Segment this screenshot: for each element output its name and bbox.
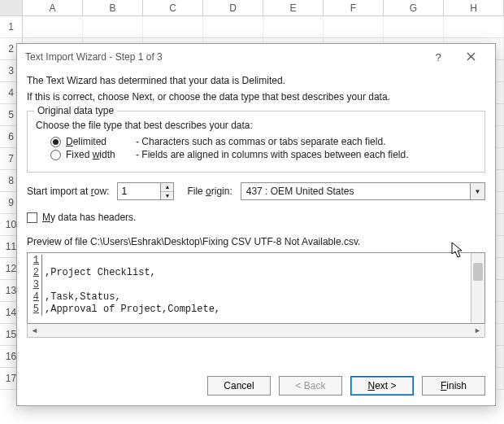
preview-line-number: 5 xyxy=(29,304,42,316)
intro-text-1: The Text Wizard has determined that your… xyxy=(27,75,485,86)
file-origin-value: 437 : OEM United States xyxy=(241,183,470,199)
col-header[interactable]: F xyxy=(324,0,384,15)
row-header[interactable]: 1 xyxy=(0,16,23,37)
preview-line-text: ,Task,Status, xyxy=(45,291,121,304)
next-button[interactable]: Next > xyxy=(350,376,414,396)
intro-text-2: If this is correct, choose Next, or choo… xyxy=(27,91,485,103)
headers-checkbox[interactable] xyxy=(27,212,37,223)
preview-line: 1 xyxy=(29,255,471,267)
cell[interactable] xyxy=(444,16,504,37)
cell[interactable] xyxy=(324,16,384,37)
start-row-label: Start import at row: xyxy=(27,186,109,197)
start-row-spinner[interactable]: ▲ ▼ xyxy=(117,182,174,200)
start-row-input[interactable] xyxy=(118,183,160,199)
col-header[interactable]: G xyxy=(384,0,444,15)
option-delimited[interactable]: Delimited - Characters such as commas or… xyxy=(50,136,476,147)
col-header[interactable]: A xyxy=(23,0,83,15)
col-header[interactable]: C xyxy=(143,0,203,15)
preview-line-text: ,Project Checklist, xyxy=(45,267,156,279)
headers-checkbox-label: My data has headers. xyxy=(42,212,136,223)
dialog-title: Text Import Wizard - Step 1 of 3 xyxy=(25,51,422,63)
preview-box: 12,Project Checklist,34,Task,Status,5,Ap… xyxy=(27,252,485,324)
preview-horizontal-scrollbar[interactable]: ◄ ► xyxy=(27,324,485,338)
preview-line-number: 4 xyxy=(29,291,42,304)
preview-line-number: 2 xyxy=(29,267,42,279)
headers-checkbox-row[interactable]: My data has headers. xyxy=(27,212,485,223)
preview-content: 12,Project Checklist,34,Task,Status,5,Ap… xyxy=(28,253,471,323)
scroll-left-button[interactable]: ◄ xyxy=(28,326,41,334)
cell[interactable] xyxy=(384,16,444,37)
file-origin-label: File origin: xyxy=(187,186,232,197)
cell[interactable] xyxy=(143,16,203,37)
dialog-titlebar: Text Import Wizard - Step 1 of 3 ? xyxy=(17,44,495,70)
preview-line-number: 3 xyxy=(29,279,42,291)
preview-vertical-scrollbar[interactable] xyxy=(471,253,484,323)
preview-line: 5,Approval of Project,Complete, xyxy=(29,304,471,316)
option-label: Fixed width xyxy=(66,149,131,160)
col-header[interactable]: E xyxy=(263,0,324,15)
close-button[interactable] xyxy=(454,50,487,63)
col-header[interactable]: H xyxy=(444,0,504,15)
finish-button[interactable]: Finish xyxy=(422,376,485,396)
dialog-footer: Cancel < Back Next > Finish xyxy=(17,366,495,405)
preview-line-number: 1 xyxy=(29,255,42,267)
preview-line: 2,Project Checklist, xyxy=(29,267,471,279)
option-desc: - Fields are aligned in columns with spa… xyxy=(136,149,409,160)
cell[interactable] xyxy=(83,16,143,37)
select-all-corner[interactable] xyxy=(0,0,23,15)
preview-label: Preview of file C:\Users\Eshrak\Desktop\… xyxy=(27,236,485,247)
spin-down-button[interactable]: ▼ xyxy=(161,192,173,200)
spin-up-button[interactable]: ▲ xyxy=(161,183,173,192)
col-header[interactable]: D xyxy=(203,0,263,15)
col-header[interactable]: B xyxy=(83,0,143,15)
column-headers: A B C D E F G H xyxy=(0,0,504,16)
close-icon xyxy=(467,52,476,61)
scroll-right-button[interactable]: ► xyxy=(471,326,484,334)
cell[interactable] xyxy=(263,16,324,37)
radio-delimited[interactable] xyxy=(50,137,61,147)
sheet-row: 1 xyxy=(0,16,504,38)
file-origin-combo[interactable]: 437 : OEM United States ▼ xyxy=(241,182,485,200)
cell[interactable] xyxy=(23,16,83,37)
combo-dropdown-button[interactable]: ▼ xyxy=(470,183,484,199)
option-fixed-width[interactable]: Fixed width - Fields are aligned in colu… xyxy=(50,149,476,160)
scrollbar-thumb[interactable] xyxy=(473,263,483,281)
option-desc: - Characters such as commas or tabs sepa… xyxy=(136,136,385,147)
original-data-type-group: Original data type Choose the file type … xyxy=(27,111,485,173)
back-button: < Back xyxy=(279,376,342,396)
preview-line: 3 xyxy=(29,279,471,291)
group-subtext: Choose the file type that best describes… xyxy=(36,120,476,131)
cancel-button[interactable]: Cancel xyxy=(207,376,271,396)
chevron-down-icon: ▼ xyxy=(475,188,481,195)
text-import-wizard-dialog: Text Import Wizard - Step 1 of 3 ? The T… xyxy=(16,43,496,406)
group-legend: Original data type xyxy=(34,105,117,116)
option-label: Delimited xyxy=(66,136,131,147)
help-button[interactable]: ? xyxy=(422,51,454,63)
preview-line: 4,Task,Status, xyxy=(29,291,471,304)
preview-line-text: ,Approval of Project,Complete, xyxy=(45,304,220,316)
cell[interactable] xyxy=(203,16,263,37)
radio-fixed-width[interactable] xyxy=(50,150,61,160)
